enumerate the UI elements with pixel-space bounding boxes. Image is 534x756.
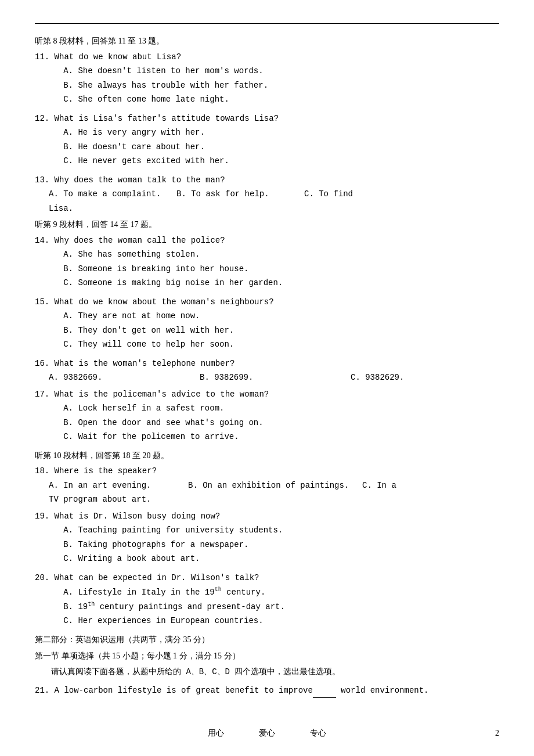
footer-item-1: 用心: [208, 728, 224, 739]
blank-21: [313, 697, 336, 698]
instruction: 请认真阅读下面各题，从题中所给的 A、B、C、D 四个选项中，选出最佳选项。: [35, 665, 499, 679]
question-19: 19. What is Dr. Wilson busy doing now? A…: [35, 509, 499, 566]
page-footer: 用心 爱心 专心 2: [0, 728, 534, 739]
question-18-options: A. In an art evening. B. On an exhibitio…: [49, 478, 499, 493]
question-15: 15. What do we know about the woman's ne…: [35, 295, 499, 352]
question-20: 20. What can be expected in Dr. Wilson's…: [35, 571, 499, 628]
option-18-a: A. In an art evening.: [49, 478, 188, 493]
option-15-b: B. They don't get on well with her.: [49, 323, 499, 338]
option-12-a: A. He is very angry with her.: [49, 125, 499, 140]
question-19-text: 19. What is Dr. Wilson busy doing now?: [35, 509, 499, 524]
section-8: 听第 8 段材料，回答第 11 至 13 题。 11. What do we k…: [35, 34, 499, 215]
question-15-text: 15. What do we know about the woman's ne…: [35, 295, 499, 309]
option-12-b: B. He doesn't care about her.: [49, 140, 499, 154]
option-13-b: B. To ask for help.: [176, 187, 304, 201]
section-10: 听第 10 段材料，回答第 18 至 20 题。 18. Where is th…: [35, 449, 499, 628]
question-18-text: 18. Where is the speaker?: [35, 464, 499, 478]
question-11: 11. What do we know abut Lisa? A. She do…: [35, 50, 499, 107]
question-13-options: A. To make a complaint. B. To ask for he…: [49, 187, 499, 201]
question-13-text: 13. Why does the woman talk to the man?: [35, 173, 499, 188]
option-16-c: C. 9382629.: [351, 370, 404, 385]
question-12: 12. What is Lisa's father's attitude tow…: [35, 111, 499, 168]
option-15-a: A. They are not at home now.: [49, 309, 499, 323]
option-18-b: B. On an exhibition of paintings.: [188, 478, 362, 493]
question-16-text: 16. What is the woman's telephone number…: [35, 357, 499, 371]
question-14-text: 14. Why does the woman call the police?: [35, 233, 499, 248]
page: 听第 8 段材料，回答第 11 至 13 题。 11. What do we k…: [0, 0, 534, 756]
question-21-text: 21. A low-carbon lifestyle is of great b…: [35, 686, 429, 695]
question-17-text: 17. What is the policeman's advice to th…: [35, 387, 499, 402]
option-14-a: A. She has something stolen.: [49, 247, 499, 262]
option-18-c: C. In a: [362, 478, 396, 493]
option-19-c: C. Writing a book about art.: [49, 552, 499, 566]
top-divider: [35, 23, 499, 24]
question-17: 17. What is the policeman's advice to th…: [35, 387, 499, 444]
question-13: 13. Why does the woman talk to the man? …: [35, 173, 499, 216]
option-14-b: B. Someone is breaking into her house.: [49, 262, 499, 276]
option-12-c: C. He never gets excited with her.: [49, 154, 499, 168]
section-9-header: 听第 9 段材料，回答 14 至 17 题。: [35, 218, 499, 232]
part-2-header: 第二部分：英语知识运用（共两节，满分 35 分）: [35, 633, 499, 647]
option-17-c: C. Wait for the policemen to arrive.: [49, 430, 499, 444]
option-16-b: B. 9382699.: [200, 370, 351, 385]
content-area: 听第 8 段材料，回答第 11 至 13 题。 11. What do we k…: [35, 34, 499, 698]
question-16-options: A. 9382669. B. 9382699. C. 9382629.: [49, 370, 499, 385]
option-19-b: B. Taking photographs for a newspaper.: [49, 538, 499, 552]
option-13-c-cont: Lisa.: [49, 201, 499, 216]
part-2: 第二部分：英语知识运用（共两节，满分 35 分） 第一节 单项选择（共 15 小…: [35, 633, 499, 698]
option-13-a: A. To make a complaint.: [49, 187, 176, 201]
option-17-a: A. Lock herself in a safest room.: [49, 401, 499, 416]
page-number: 2: [495, 729, 499, 738]
option-13-c: C. To find: [304, 187, 432, 201]
footer-item-2: 爱心: [259, 728, 275, 739]
option-17-b: B. Open the door and see what's going on…: [49, 416, 499, 430]
question-12-text: 12. What is Lisa's father's attitude tow…: [35, 111, 499, 126]
option-11-b: B. She always has trouble with her fathe…: [49, 78, 499, 93]
question-21: 21. A low-carbon lifestyle is of great b…: [35, 683, 499, 698]
question-18: 18. Where is the speaker? A. In an art e…: [35, 464, 499, 507]
option-14-c: C. Someone is making big noise in her ga…: [49, 276, 499, 290]
question-16: 16. What is the woman's telephone number…: [35, 357, 499, 385]
option-11-a: A. She doesn't listen to her mom's words…: [49, 64, 499, 78]
footer-item-3: 专心: [310, 728, 326, 739]
question-11-text: 11. What do we know abut Lisa?: [35, 50, 499, 64]
option-20-a: A. Lifestyle in Italy in the 19th centur…: [49, 585, 499, 599]
option-18-c-cont: TV program about art.: [49, 492, 499, 507]
option-15-c: C. They will come to help her soon.: [49, 337, 499, 352]
option-11-c: C. She often come home late night.: [49, 92, 499, 107]
section-9: 听第 9 段材料，回答 14 至 17 题。 14. Why does the …: [35, 218, 499, 444]
option-20-b: B. 19th century paintings and present-da…: [49, 599, 499, 614]
option-19-a: A. Teaching painting for university stud…: [49, 523, 499, 538]
section-8-header: 听第 8 段材料，回答第 11 至 13 题。: [35, 34, 499, 49]
section-1-header: 第一节 单项选择（共 15 小题；每小题 1 分，满分 15 分）: [35, 649, 499, 664]
section-10-header: 听第 10 段材料，回答第 18 至 20 题。: [35, 449, 499, 463]
question-14: 14. Why does the woman call the police? …: [35, 233, 499, 290]
question-20-text: 20. What can be expected in Dr. Wilson's…: [35, 571, 499, 585]
option-20-c: C. Her experiences in European countries…: [49, 614, 499, 628]
option-16-a: A. 9382669.: [49, 370, 200, 385]
